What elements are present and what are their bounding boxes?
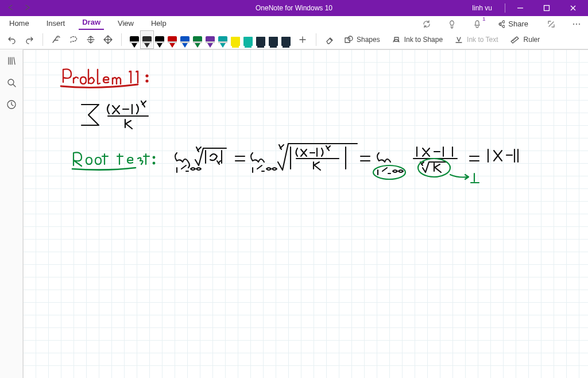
pen-black-3[interactable] bbox=[154, 32, 165, 48]
pen-green[interactable] bbox=[192, 32, 203, 48]
svg-point-12 bbox=[153, 157, 155, 159]
share-button[interactable]: Share bbox=[493, 18, 532, 30]
hl-yellow[interactable] bbox=[230, 32, 241, 48]
eraser-button[interactable] bbox=[323, 32, 336, 47]
minimize-button[interactable] bbox=[509, 0, 532, 16]
tab-draw[interactable]: Draw bbox=[79, 16, 104, 30]
titlebar-divider bbox=[505, 3, 505, 13]
notification-count: 1 bbox=[482, 16, 485, 22]
ruler-button[interactable]: Ruler bbox=[506, 34, 544, 45]
text-mode-button[interactable]: I bbox=[50, 32, 63, 47]
note-canvas[interactable] bbox=[23, 49, 588, 378]
tab-help[interactable]: Help bbox=[148, 17, 170, 30]
pen-teal[interactable] bbox=[217, 32, 229, 48]
insert-space-button[interactable] bbox=[84, 32, 97, 47]
recent-icon[interactable] bbox=[5, 98, 18, 111]
ink-to-text-button: Ink to Text bbox=[451, 33, 501, 46]
svg-point-11 bbox=[146, 80, 148, 82]
workspace bbox=[0, 49, 588, 378]
titlebar: OneNote for Windows 10 linh vu bbox=[0, 0, 588, 16]
svg-point-13 bbox=[153, 163, 155, 164]
tab-insert[interactable]: Insert bbox=[43, 17, 69, 30]
hl-dark-1[interactable] bbox=[255, 32, 266, 48]
sync-icon[interactable] bbox=[421, 18, 432, 30]
ink-to-shape-button[interactable]: Ink to Shape bbox=[388, 33, 446, 46]
pen-black-thin[interactable] bbox=[129, 32, 140, 48]
nav-back-icon[interactable] bbox=[7, 4, 15, 13]
shapes-button[interactable]: Shapes bbox=[341, 33, 384, 46]
svg-point-10 bbox=[146, 75, 148, 77]
search-icon[interactable] bbox=[5, 76, 18, 90]
svg-point-8 bbox=[8, 79, 14, 85]
left-sidebar bbox=[0, 49, 23, 378]
lasso-select-button[interactable] bbox=[67, 32, 80, 47]
hl-teal[interactable] bbox=[242, 32, 254, 48]
svg-rect-0 bbox=[544, 6, 550, 11]
pen-gallery: ⌄ bbox=[129, 32, 292, 48]
more-icon[interactable] bbox=[571, 18, 582, 30]
pan-button[interactable] bbox=[102, 32, 114, 47]
maximize-button[interactable] bbox=[535, 0, 558, 16]
pen-purple[interactable] bbox=[204, 32, 216, 48]
ribbon: I ⌄ Shapes Ink to Shape Ink to Text Rule… bbox=[0, 30, 588, 49]
nav-forward-icon[interactable] bbox=[23, 4, 31, 13]
pen-blue[interactable] bbox=[179, 32, 191, 48]
user-name[interactable]: linh vu bbox=[469, 4, 501, 12]
pen-black-thick[interactable]: ⌄ bbox=[141, 32, 153, 48]
close-button[interactable] bbox=[562, 0, 585, 16]
app-title: OneNote for Windows 10 bbox=[256, 4, 332, 12]
undo-button[interactable] bbox=[6, 32, 18, 47]
add-pen-button[interactable] bbox=[296, 32, 309, 47]
pen-red[interactable] bbox=[167, 32, 178, 48]
svg-point-1 bbox=[573, 24, 574, 25]
share-label: Share bbox=[508, 20, 528, 28]
hl-dark-3[interactable] bbox=[280, 32, 292, 48]
svg-text:I: I bbox=[57, 35, 59, 39]
redo-button[interactable] bbox=[23, 32, 36, 47]
fullscreen-icon[interactable] bbox=[546, 18, 557, 30]
tab-view[interactable]: View bbox=[114, 17, 137, 30]
hl-dark-2[interactable] bbox=[268, 32, 279, 48]
lightbulb-icon[interactable] bbox=[446, 18, 458, 30]
bell-icon[interactable]: 1 bbox=[471, 18, 483, 30]
svg-point-3 bbox=[579, 24, 580, 25]
menu-bar: Home Insert Draw View Help 1 Share bbox=[0, 16, 588, 30]
handwritten-ink bbox=[23, 49, 588, 378]
svg-point-2 bbox=[576, 24, 577, 25]
tab-home[interactable]: Home bbox=[6, 17, 33, 30]
notebooks-icon[interactable] bbox=[5, 54, 18, 68]
svg-point-6 bbox=[348, 36, 353, 41]
